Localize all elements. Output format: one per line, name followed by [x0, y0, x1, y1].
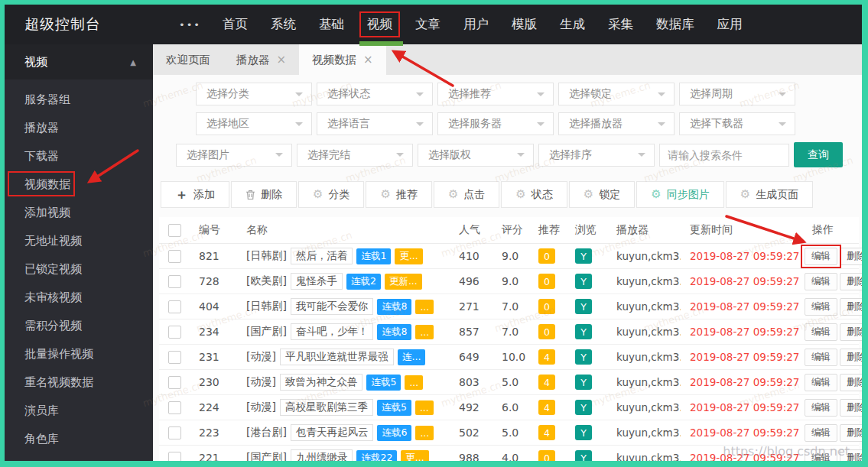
sidebar-item[interactable]: 重名视频数据 [5, 368, 153, 397]
row-checkbox[interactable] [168, 426, 181, 439]
filter-select[interactable]: 选择语言 [317, 112, 433, 135]
overflow-menu-icon[interactable]: ••• [179, 19, 201, 31]
row-checkbox[interactable] [168, 275, 181, 288]
cell-operations: 编辑删除 [803, 374, 868, 391]
sidebar-item[interactable]: 视频数据 [5, 170, 153, 199]
cell-player: kuyun,ckm3... [607, 426, 681, 439]
sidebar-item[interactable]: 未审核视频 [5, 284, 153, 312]
tab-close-icon[interactable]: × [363, 53, 373, 66]
toolbar-button[interactable]: ⚙同步图片 [636, 181, 723, 208]
delete-button[interactable]: 删除 [840, 449, 868, 467]
update-badge: ... [415, 401, 434, 415]
search-input[interactable] [659, 144, 789, 167]
edit-button[interactable]: 编辑 [805, 399, 837, 417]
delete-button[interactable]: 删除 [840, 424, 868, 442]
top-nav-item[interactable]: 采集 [608, 16, 633, 33]
cell-name: [动漫]高校星歌剧第三季连载5... [237, 399, 450, 416]
cell-popularity: 271 [450, 300, 493, 313]
top-nav-item[interactable]: 生成 [560, 16, 585, 33]
delete-button[interactable]: 删除 [840, 248, 868, 265]
filter-select[interactable]: 选择下载器 [679, 112, 795, 135]
sidebar-item[interactable]: 播放器 [5, 114, 153, 142]
edit-button[interactable]: 编辑 [805, 298, 837, 316]
filter-select[interactable]: 选择周期 [679, 83, 795, 105]
toolbar-button[interactable]: ⚙推荐 [366, 181, 431, 208]
edit-button[interactable]: 编辑 [805, 374, 837, 391]
toolbar-button[interactable]: ⚙生成页面 [726, 181, 813, 208]
filter-select[interactable]: 选择播放器 [558, 112, 675, 135]
edit-button[interactable]: 编辑 [805, 449, 837, 467]
recommend-badge: 4 [538, 400, 555, 415]
toolbar-button[interactable]: ⚙分类 [298, 181, 364, 208]
filter-select[interactable]: 选择排序 [538, 144, 655, 167]
top-nav-item[interactable]: 视频 [367, 16, 392, 33]
top-nav-item[interactable]: 用户 [463, 16, 489, 33]
category-label: [欧美剧] [246, 274, 287, 288]
delete-button[interactable]: 删除 [840, 273, 868, 290]
filter-select[interactable]: 选择版权 [418, 144, 534, 167]
select-all-checkbox[interactable] [168, 224, 181, 237]
tab[interactable]: 欢迎页面 [153, 44, 223, 75]
row-checkbox[interactable] [168, 250, 181, 263]
row-checkbox[interactable] [168, 300, 181, 313]
filter-select[interactable]: 选择推荐 [437, 83, 554, 105]
edit-button[interactable]: 编辑 [805, 424, 837, 442]
toolbar-button[interactable]: ⚙状态 [501, 181, 567, 208]
delete-button[interactable]: 删除 [840, 323, 868, 341]
sidebar-item[interactable]: 批量操作视频 [5, 340, 153, 368]
row-checkbox[interactable] [168, 326, 181, 339]
tab-close-icon[interactable]: × [277, 53, 287, 66]
top-nav-item[interactable]: 首页 [223, 16, 248, 33]
sidebar-item[interactable]: 服务器组 [5, 86, 153, 114]
row-checkbox[interactable] [168, 401, 181, 414]
sidebar-item[interactable]: 演员库 [5, 397, 153, 425]
tab[interactable]: 视频数据× [299, 44, 386, 75]
filter-select[interactable]: 选择服务器 [437, 112, 554, 135]
top-nav-item[interactable]: 基础 [319, 16, 344, 33]
delete-button[interactable]: 删除 [840, 399, 868, 417]
delete-button[interactable]: 删除 [840, 374, 868, 391]
filter-select-label: 选择下载器 [690, 117, 743, 131]
top-nav-item[interactable]: 数据库 [656, 16, 694, 33]
toolbar-button[interactable]: 删除 [231, 181, 297, 208]
sidebar-item[interactable]: 角色库 [5, 425, 153, 453]
filter-select[interactable]: 选择分类 [196, 83, 312, 105]
row-checkbox[interactable] [168, 376, 181, 389]
sidebar-item[interactable]: 需积分视频 [5, 312, 153, 340]
row-checkbox[interactable] [168, 452, 181, 465]
tab[interactable]: 播放器× [223, 44, 299, 75]
filter-select-label: 选择播放器 [569, 117, 623, 131]
sidebar-item[interactable]: 下载器 [5, 142, 153, 170]
search-button[interactable]: 查询 [794, 142, 843, 167]
toolbar-button[interactable]: ⚙点击 [434, 181, 499, 208]
toolbar-button[interactable]: ⚙锁定 [569, 181, 635, 208]
toolbar-button[interactable]: ＋添加 [161, 181, 229, 208]
edit-button[interactable]: 编辑 [805, 273, 837, 290]
update-badge: ... [405, 375, 423, 390]
top-nav-item[interactable]: 应用 [717, 16, 743, 33]
video-title: 鬼怪杀手 [291, 273, 343, 290]
sidebar-item[interactable]: 无地址视频 [5, 227, 153, 255]
top-nav-item[interactable]: 文章 [415, 16, 441, 33]
row-checkbox[interactable] [168, 351, 181, 364]
top-nav-item[interactable]: 系统 [271, 16, 296, 33]
filter-select[interactable]: 选择地区 [196, 112, 312, 135]
sidebar-item[interactable]: 已锁定视频 [5, 255, 153, 284]
edit-button[interactable]: 编辑 [805, 349, 837, 366]
filter-select[interactable]: 选择状态 [317, 83, 433, 105]
filter-select[interactable]: 选择完结 [297, 144, 413, 167]
plus-icon: ＋ [175, 188, 188, 201]
delete-button[interactable]: 删除 [840, 349, 868, 366]
filter-select[interactable]: 选择锁定 [558, 83, 675, 105]
top-nav-item[interactable]: 模版 [512, 16, 537, 33]
sidebar-item[interactable]: 添加视频 [5, 199, 153, 227]
sidebar-group-header[interactable]: 视频 ▲ [5, 44, 153, 79]
filter-select[interactable]: 选择图片 [176, 144, 292, 167]
video-title: 包青天再起风云 [291, 424, 374, 441]
edit-button[interactable]: 编辑 [805, 323, 837, 341]
recommend-badge: 0 [538, 324, 555, 339]
delete-button[interactable]: 删除 [840, 298, 868, 316]
browse-badge: Y [575, 299, 592, 314]
update-badge: 更... [395, 248, 422, 264]
edit-button[interactable]: 编辑 [805, 248, 837, 265]
